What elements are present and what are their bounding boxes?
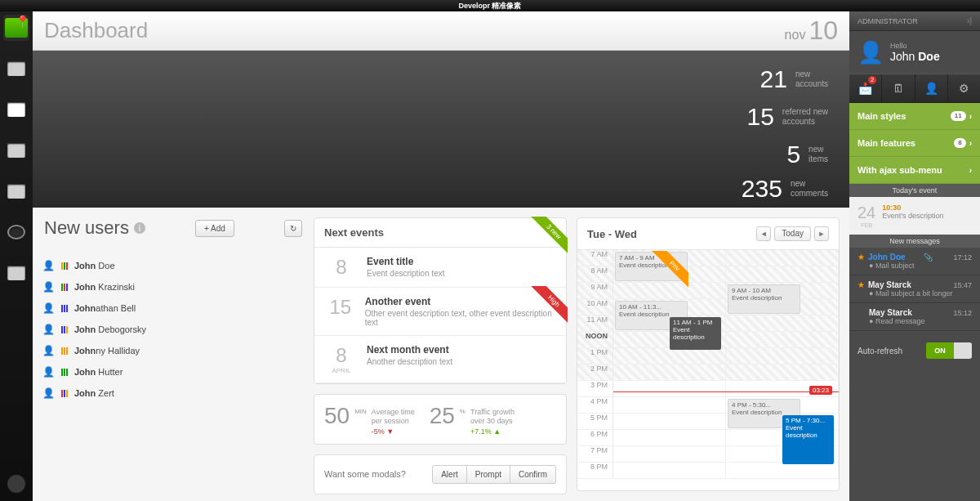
envelope-icon [7, 61, 25, 76]
list-item[interactable]: 👤Johnathan Bell [42, 297, 304, 319]
list-item[interactable]: 👤John Krazinski [42, 276, 304, 297]
nav-dashboard[interactable] [3, 219, 29, 245]
message-item[interactable]: May Starck15:12● Read message [849, 303, 980, 331]
star-icon: ★ [858, 253, 865, 262]
stat-value: 235 [735, 175, 782, 203]
event-item[interactable]: 8Event titleEvent description text [314, 248, 566, 288]
modals-prompt: Want some modals? [324, 469, 406, 479]
stat-value: 21 [740, 65, 787, 93]
event-item[interactable]: 15Another eventOther event description t… [314, 288, 566, 336]
star-icon: ★ [858, 280, 865, 289]
tag-ribbon: High [527, 286, 568, 327]
add-user-button[interactable]: + Add [195, 220, 234, 237]
message-item[interactable]: ★John Doe📎17:12● Mail subject [849, 248, 980, 275]
right-sidebar: ADMINISTRATOR›| 👤 Hello John Doe 📩2 🗓 👤 … [849, 11, 980, 501]
hero-banner: 21new accounts 15referred new accounts 5… [33, 51, 849, 208]
user-icon: 👤 [42, 302, 55, 314]
page-title: Dashboard [44, 18, 148, 43]
chevron-right-icon: › [969, 139, 972, 148]
newspaper-icon [7, 143, 25, 158]
user-icon: 👤 [42, 260, 55, 271]
message-item[interactable]: ★May Starck15:47● Mail subject a bit lon… [849, 275, 980, 303]
left-nav [0, 11, 33, 501]
user-icon[interactable]: 👤 [915, 74, 948, 102]
gauge-icon [7, 225, 25, 239]
new-users-title: New users [44, 217, 129, 239]
nav-files[interactable] [3, 178, 29, 204]
today-event[interactable]: 24FEB 10:30Event's description [849, 197, 980, 235]
nav-calendar[interactable] [3, 96, 29, 123]
map-pin-icon [5, 18, 28, 38]
nav-mail[interactable] [3, 56, 29, 82]
event-item[interactable]: 8APRILNext month eventAnother descriptio… [314, 336, 566, 383]
cal-today-button[interactable]: Today [774, 226, 811, 241]
calendar-grid[interactable]: 7 AM8 AM9 AM10 AM11 AMNOON1 PM2 PM3 PM4 … [577, 250, 839, 484]
list-item[interactable]: 👤John Debogorsky [42, 319, 304, 340]
user-icon: 👤 [42, 387, 55, 399]
calendar-icon [7, 102, 25, 117]
chevron-right-icon: › [969, 112, 972, 121]
folder-icon [7, 184, 25, 199]
gear-icon[interactable]: ⚙ [948, 74, 980, 102]
cal-prev-button[interactable]: ◄ [756, 226, 771, 241]
nav-news[interactable] [3, 137, 29, 163]
inbox-icon[interactable]: 📩2 [849, 74, 882, 102]
sidebar-menu-item[interactable]: Main features8› [849, 130, 980, 157]
metric-value: 50 [324, 403, 350, 436]
nav-notes[interactable] [3, 260, 29, 286]
calendar-event[interactable]: 11 AM - 1 PMEvent description [670, 317, 721, 350]
list-item[interactable]: 👤John Hutter [42, 361, 304, 382]
refresh-button[interactable]: ↻ [284, 220, 302, 237]
nav-home[interactable] [3, 15, 29, 41]
phone-icon[interactable] [7, 475, 25, 493]
user-icon: 👤 [42, 345, 55, 356]
calendar-title: Tue - Wed [587, 228, 756, 240]
note-icon [7, 266, 25, 280]
events-title: Next events [324, 226, 556, 239]
user-icon: 👤 [42, 324, 55, 335]
header-date: nov 10 [785, 16, 838, 46]
title-bar: Developr 精准像素 [0, 0, 980, 11]
calendar-event[interactable]: 7 AM - 9 AMEvent descriptionPriv [615, 252, 688, 281]
tag-ribbon: Priv [648, 251, 688, 292]
confirm-button[interactable]: Confirm [510, 465, 556, 484]
cal-next-button[interactable]: ► [814, 226, 829, 241]
user-list: 👤John Doe👤John Krazinski👤Johnathan Bell👤… [42, 255, 304, 404]
sidebar-menu-item[interactable]: With ajax sub-menu› [849, 157, 980, 184]
sidebar-menu-item[interactable]: Main styles11› [849, 103, 980, 130]
avatar-icon: 👤 [858, 39, 884, 65]
metric-value: 25 [430, 403, 455, 436]
attachment-icon: 📎 [924, 253, 933, 262]
page-header: Dashboard nov 10 [33, 11, 849, 51]
prompt-button[interactable]: Prompt [467, 465, 510, 484]
chevron-right-icon: › [969, 166, 972, 175]
user-icon: 👤 [42, 366, 55, 378]
list-item[interactable]: 👤John Doe [42, 255, 304, 276]
user-icon: 👤 [42, 281, 55, 293]
autorefresh-toggle[interactable]: ON [926, 342, 972, 359]
collapse-icon[interactable]: ›| [967, 16, 972, 25]
stat-value: 15 [727, 103, 774, 131]
info-icon[interactable]: i [134, 222, 145, 234]
alert-button[interactable]: Alert [432, 465, 467, 484]
list-item[interactable]: 👤John Zert [42, 382, 304, 404]
calendar-event[interactable]: 5 PM - 7:30...Event description [782, 415, 834, 464]
calendar-icon[interactable]: 🗓 [882, 74, 915, 102]
list-item[interactable]: 👤Johnny Halliday [42, 340, 304, 361]
stat-value: 5 [753, 141, 800, 168]
calendar-event[interactable]: 9 AM - 10 AMEvent description [728, 284, 800, 314]
